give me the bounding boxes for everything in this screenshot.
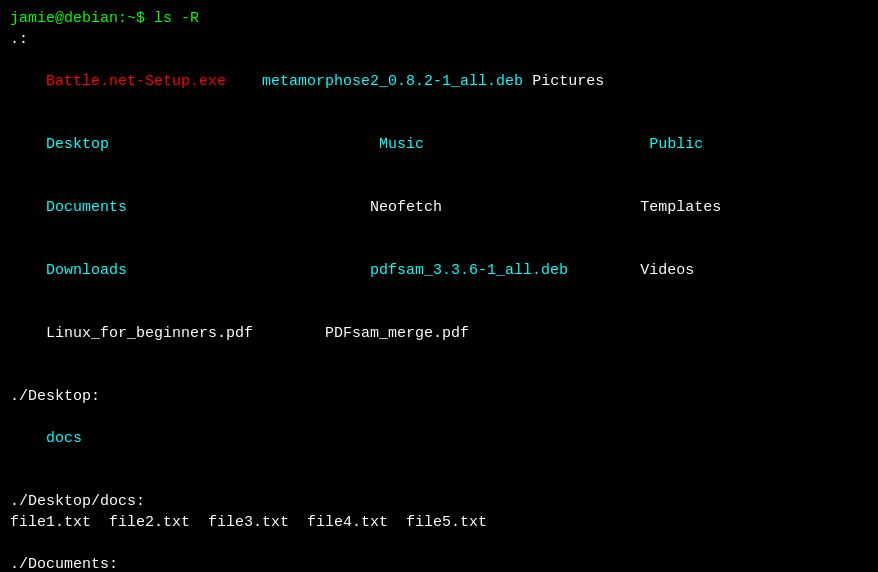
documents-dir-header: ./Documents:	[10, 554, 868, 572]
dir-videos: Videos	[640, 262, 694, 279]
blank-1	[10, 365, 868, 386]
file-pdfsam-root: pdfsam_3.3.6-1_all.deb	[370, 262, 568, 279]
desktop-contents: docs	[10, 407, 868, 470]
file-neofetch-root: Neofetch	[370, 199, 442, 216]
docs-dir-header: ./Desktop/docs:	[10, 491, 868, 512]
ls-row-5: Linux_for_beginners.pdf PDFsam_merge.pdf	[10, 302, 868, 365]
docs-contents: file1.txt file2.txt file3.txt file4.txt …	[10, 512, 868, 533]
prompt-line: jamie@debian:~$ ls -R	[10, 8, 868, 29]
dir-templates: Templates	[640, 199, 721, 216]
dir-desktop: Desktop	[46, 136, 109, 153]
file-metamorphose-root: metamorphose2_0.8.2-1_all.deb	[262, 73, 523, 90]
dir-downloads: Downloads	[46, 262, 127, 279]
blank-2	[10, 470, 868, 491]
terminal: jamie@debian:~$ ls -R .: Battle.net-Setu…	[10, 8, 868, 572]
dir-public: Public	[649, 136, 703, 153]
file-linux-pdf-root: Linux_for_beginners.pdf	[46, 325, 253, 342]
dir-docs: docs	[46, 430, 82, 447]
dir-music: Music	[379, 136, 424, 153]
file-battle-root: Battle.net-Setup.exe	[46, 73, 226, 90]
file-pdfsam-merge-root: PDFsam_merge.pdf	[325, 325, 469, 342]
ls-row-3: Documents Neofetch Templates	[10, 176, 868, 239]
desktop-dir-header: ./Desktop:	[10, 386, 868, 407]
root-dir: .:	[10, 29, 868, 50]
ls-row-2: Desktop Music Public	[10, 113, 868, 176]
blank-3	[10, 533, 868, 554]
dir-documents: Documents	[46, 199, 127, 216]
ls-row-4: Downloads pdfsam_3.3.6-1_all.deb Videos	[10, 239, 868, 302]
ls-row-1: Battle.net-Setup.exe metamorphose2_0.8.2…	[10, 50, 868, 113]
dir-pictures: Pictures	[532, 73, 604, 90]
